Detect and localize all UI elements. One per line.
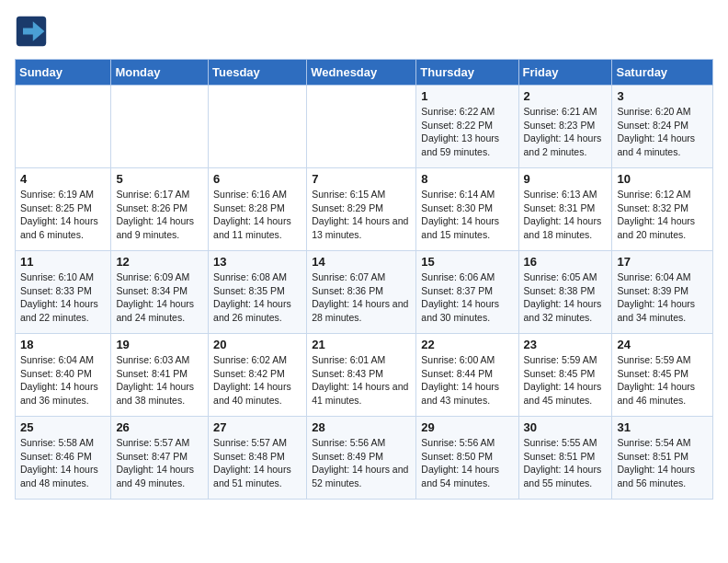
calendar-cell: 28Sunrise: 5:56 AM Sunset: 8:49 PM Dayli… bbox=[307, 417, 416, 500]
day-info: Sunrise: 6:00 AM Sunset: 8:44 PM Dayligh… bbox=[421, 353, 513, 408]
col-header-saturday: Saturday bbox=[612, 60, 713, 86]
calendar-cell: 2Sunrise: 6:21 AM Sunset: 8:23 PM Daylig… bbox=[518, 86, 612, 168]
day-number: 18 bbox=[20, 338, 106, 351]
col-header-thursday: Thursday bbox=[416, 60, 518, 86]
col-header-monday: Monday bbox=[111, 60, 209, 86]
day-info: Sunrise: 6:06 AM Sunset: 8:37 PM Dayligh… bbox=[421, 270, 513, 325]
calendar-cell: 31Sunrise: 5:54 AM Sunset: 8:51 PM Dayli… bbox=[612, 417, 713, 500]
day-number: 3 bbox=[617, 89, 708, 103]
day-info: Sunrise: 6:10 AM Sunset: 8:33 PM Dayligh… bbox=[20, 270, 106, 325]
calendar-cell: 27Sunrise: 5:57 AM Sunset: 8:48 PM Dayli… bbox=[209, 417, 307, 500]
calendar-week-row: 25Sunrise: 5:58 AM Sunset: 8:46 PM Dayli… bbox=[16, 417, 713, 500]
day-info: Sunrise: 5:59 AM Sunset: 8:45 PM Dayligh… bbox=[617, 353, 708, 408]
day-info: Sunrise: 5:54 AM Sunset: 8:51 PM Dayligh… bbox=[617, 436, 708, 490]
day-info: Sunrise: 6:02 AM Sunset: 8:42 PM Dayligh… bbox=[213, 353, 301, 408]
col-header-wednesday: Wednesday bbox=[307, 60, 416, 86]
day-info: Sunrise: 6:12 AM Sunset: 8:32 PM Dayligh… bbox=[617, 188, 708, 242]
calendar-cell: 21Sunrise: 6:01 AM Sunset: 8:43 PM Dayli… bbox=[307, 334, 416, 417]
day-number: 14 bbox=[312, 255, 411, 269]
day-number: 19 bbox=[116, 338, 203, 351]
calendar-header-row: SundayMondayTuesdayWednesdayThursdayFrid… bbox=[16, 60, 713, 86]
calendar-cell: 12Sunrise: 6:09 AM Sunset: 8:34 PM Dayli… bbox=[111, 251, 209, 334]
calendar-cell: 1Sunrise: 6:22 AM Sunset: 8:22 PM Daylig… bbox=[416, 86, 518, 168]
day-number: 29 bbox=[421, 420, 513, 434]
day-info: Sunrise: 6:09 AM Sunset: 8:34 PM Dayligh… bbox=[116, 270, 203, 325]
day-number: 10 bbox=[617, 172, 708, 186]
calendar-cell: 3Sunrise: 6:20 AM Sunset: 8:24 PM Daylig… bbox=[612, 86, 713, 168]
day-info: Sunrise: 6:05 AM Sunset: 8:38 PM Dayligh… bbox=[524, 270, 608, 325]
day-number: 4 bbox=[20, 172, 106, 186]
calendar-cell: 4Sunrise: 6:19 AM Sunset: 8:25 PM Daylig… bbox=[16, 168, 111, 251]
calendar-cell: 14Sunrise: 6:07 AM Sunset: 8:36 PM Dayli… bbox=[307, 251, 416, 334]
day-info: Sunrise: 5:58 AM Sunset: 8:46 PM Dayligh… bbox=[20, 436, 106, 490]
day-number: 2 bbox=[524, 89, 608, 103]
day-info: Sunrise: 6:22 AM Sunset: 8:22 PM Dayligh… bbox=[421, 105, 513, 159]
col-header-sunday: Sunday bbox=[16, 60, 111, 86]
day-number: 1 bbox=[421, 89, 513, 103]
day-number: 31 bbox=[617, 420, 708, 434]
calendar-cell: 5Sunrise: 6:17 AM Sunset: 8:26 PM Daylig… bbox=[111, 168, 209, 251]
calendar-week-row: 18Sunrise: 6:04 AM Sunset: 8:40 PM Dayli… bbox=[16, 334, 713, 417]
day-info: Sunrise: 6:01 AM Sunset: 8:43 PM Dayligh… bbox=[312, 353, 411, 408]
day-info: Sunrise: 5:57 AM Sunset: 8:48 PM Dayligh… bbox=[213, 436, 301, 490]
day-number: 22 bbox=[421, 338, 513, 351]
calendar-cell: 7Sunrise: 6:15 AM Sunset: 8:29 PM Daylig… bbox=[307, 168, 416, 251]
day-number: 17 bbox=[617, 255, 708, 269]
day-info: Sunrise: 6:21 AM Sunset: 8:23 PM Dayligh… bbox=[524, 105, 608, 159]
calendar-cell: 26Sunrise: 5:57 AM Sunset: 8:47 PM Dayli… bbox=[111, 417, 209, 500]
day-number: 7 bbox=[312, 172, 411, 186]
calendar-week-row: 11Sunrise: 6:10 AM Sunset: 8:33 PM Dayli… bbox=[16, 251, 713, 334]
calendar-cell: 17Sunrise: 6:04 AM Sunset: 8:39 PM Dayli… bbox=[612, 251, 713, 334]
calendar-cell: 6Sunrise: 6:16 AM Sunset: 8:28 PM Daylig… bbox=[209, 168, 307, 251]
day-number: 9 bbox=[524, 172, 608, 186]
col-header-friday: Friday bbox=[518, 60, 612, 86]
calendar-cell: 25Sunrise: 5:58 AM Sunset: 8:46 PM Dayli… bbox=[16, 417, 111, 500]
calendar-cell: 13Sunrise: 6:08 AM Sunset: 8:35 PM Dayli… bbox=[209, 251, 307, 334]
day-info: Sunrise: 5:55 AM Sunset: 8:51 PM Dayligh… bbox=[524, 436, 608, 490]
day-info: Sunrise: 6:07 AM Sunset: 8:36 PM Dayligh… bbox=[312, 270, 411, 325]
calendar-cell: 24Sunrise: 5:59 AM Sunset: 8:45 PM Dayli… bbox=[612, 334, 713, 417]
day-info: Sunrise: 5:59 AM Sunset: 8:45 PM Dayligh… bbox=[524, 353, 608, 408]
page-header bbox=[15, 15, 713, 48]
calendar-cell: 22Sunrise: 6:00 AM Sunset: 8:44 PM Dayli… bbox=[416, 334, 518, 417]
day-info: Sunrise: 5:56 AM Sunset: 8:49 PM Dayligh… bbox=[312, 436, 411, 490]
col-header-tuesday: Tuesday bbox=[209, 60, 307, 86]
day-info: Sunrise: 6:20 AM Sunset: 8:24 PM Dayligh… bbox=[617, 105, 708, 159]
day-number: 23 bbox=[524, 338, 608, 351]
calendar-cell bbox=[209, 86, 307, 168]
day-number: 28 bbox=[312, 420, 411, 434]
logo bbox=[15, 15, 53, 48]
day-info: Sunrise: 6:04 AM Sunset: 8:39 PM Dayligh… bbox=[617, 270, 708, 325]
calendar-cell: 15Sunrise: 6:06 AM Sunset: 8:37 PM Dayli… bbox=[416, 251, 518, 334]
day-number: 15 bbox=[421, 255, 513, 269]
day-number: 16 bbox=[524, 255, 608, 269]
day-number: 13 bbox=[213, 255, 301, 269]
calendar-cell: 23Sunrise: 5:59 AM Sunset: 8:45 PM Dayli… bbox=[518, 334, 612, 417]
day-info: Sunrise: 6:15 AM Sunset: 8:29 PM Dayligh… bbox=[312, 188, 411, 242]
calendar-cell: 19Sunrise: 6:03 AM Sunset: 8:41 PM Dayli… bbox=[111, 334, 209, 417]
calendar-cell bbox=[307, 86, 416, 168]
day-info: Sunrise: 5:57 AM Sunset: 8:47 PM Dayligh… bbox=[116, 436, 203, 490]
calendar-cell: 10Sunrise: 6:12 AM Sunset: 8:32 PM Dayli… bbox=[612, 168, 713, 251]
day-number: 25 bbox=[20, 420, 106, 434]
logo-icon bbox=[15, 15, 48, 48]
calendar-cell bbox=[111, 86, 209, 168]
day-info: Sunrise: 6:17 AM Sunset: 8:26 PM Dayligh… bbox=[116, 188, 203, 242]
day-number: 26 bbox=[116, 420, 203, 434]
calendar-cell: 11Sunrise: 6:10 AM Sunset: 8:33 PM Dayli… bbox=[16, 251, 111, 334]
calendar-week-row: 1Sunrise: 6:22 AM Sunset: 8:22 PM Daylig… bbox=[16, 86, 713, 168]
day-number: 21 bbox=[312, 338, 411, 351]
calendar-table: SundayMondayTuesdayWednesdayThursdayFrid… bbox=[15, 59, 713, 500]
calendar-cell: 16Sunrise: 6:05 AM Sunset: 8:38 PM Dayli… bbox=[518, 251, 612, 334]
day-number: 24 bbox=[617, 338, 708, 351]
calendar-week-row: 4Sunrise: 6:19 AM Sunset: 8:25 PM Daylig… bbox=[16, 168, 713, 251]
day-info: Sunrise: 6:19 AM Sunset: 8:25 PM Dayligh… bbox=[20, 188, 106, 242]
day-number: 12 bbox=[116, 255, 203, 269]
day-info: Sunrise: 6:04 AM Sunset: 8:40 PM Dayligh… bbox=[20, 353, 106, 408]
calendar-cell: 18Sunrise: 6:04 AM Sunset: 8:40 PM Dayli… bbox=[16, 334, 111, 417]
day-number: 6 bbox=[213, 172, 301, 186]
day-info: Sunrise: 6:16 AM Sunset: 8:28 PM Dayligh… bbox=[213, 188, 301, 242]
calendar-cell: 9Sunrise: 6:13 AM Sunset: 8:31 PM Daylig… bbox=[518, 168, 612, 251]
day-number: 20 bbox=[213, 338, 301, 351]
day-number: 5 bbox=[116, 172, 203, 186]
